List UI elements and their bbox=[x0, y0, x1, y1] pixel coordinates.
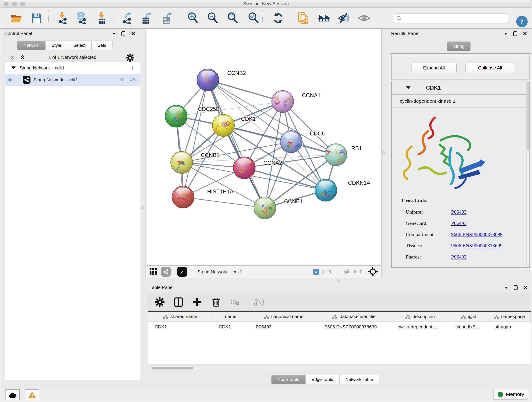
results-panel-menu-button[interactable]: ▼ bbox=[504, 32, 508, 36]
table-cell[interactable]: cyclin-dependent ... bbox=[391, 322, 449, 332]
import-network-database-button[interactable] bbox=[75, 12, 88, 24]
table-panel-close-button[interactable]: ✕ bbox=[523, 285, 528, 290]
table-options-button[interactable] bbox=[155, 297, 165, 307]
memory-button[interactable]: Memory bbox=[494, 389, 528, 400]
warnings-status-button[interactable] bbox=[25, 389, 39, 400]
crosslink-link[interactable]: P06493 bbox=[451, 220, 467, 226]
node-CDC6[interactable] bbox=[280, 131, 302, 153]
tab-network[interactable]: Network bbox=[17, 41, 46, 50]
expand-all-networks-button[interactable] bbox=[19, 54, 26, 62]
string-hide-glass-button[interactable] bbox=[338, 12, 350, 24]
table-panel-menu-button[interactable]: ▼ bbox=[504, 286, 508, 290]
table-scrollbar-thumb[interactable] bbox=[152, 367, 193, 370]
crosslink-link[interactable]: 9606.ENSP00000378699 bbox=[451, 243, 502, 249]
zoom-selected-button[interactable] bbox=[247, 12, 260, 24]
export-table-button[interactable] bbox=[140, 12, 153, 24]
save-session-button[interactable] bbox=[31, 12, 43, 24]
show-columns-button[interactable] bbox=[173, 297, 184, 307]
crosslink-link[interactable]: P06493 bbox=[451, 254, 467, 260]
node-HIST1H1A[interactable] bbox=[172, 186, 194, 208]
table-panel-float-button[interactable] bbox=[514, 285, 518, 290]
apply-layout-button[interactable] bbox=[272, 12, 284, 24]
zoom-in-button[interactable] bbox=[187, 12, 199, 24]
tab-node-table[interactable]: Node Table bbox=[271, 375, 306, 384]
tab-select[interactable]: Select bbox=[67, 41, 92, 50]
fit-selected-button[interactable] bbox=[368, 267, 378, 277]
crosslink-link[interactable]: 9606.ENSP00000378699 bbox=[451, 231, 502, 237]
export-network-button[interactable] bbox=[121, 12, 133, 24]
help-button[interactable]: ? bbox=[516, 16, 528, 27]
node-CDKN1A[interactable] bbox=[315, 179, 337, 201]
table-cell[interactable]: 9606.ENSP00000378699 bbox=[318, 322, 391, 332]
add-column-button[interactable] bbox=[192, 297, 202, 307]
column-header-description[interactable]: description bbox=[391, 312, 449, 322]
results-panel-float-button[interactable] bbox=[513, 32, 517, 36]
search-input[interactable] bbox=[402, 16, 505, 21]
table-row[interactable]: CDK1CDK1P064939606.ENSP00000378699cyclin… bbox=[148, 322, 531, 332]
collapse-all-button[interactable]: Collapse All bbox=[465, 63, 515, 73]
horizontal-splitter-grip[interactable] bbox=[337, 279, 340, 282]
node-CDK1[interactable] bbox=[212, 114, 234, 136]
node-CCNA2[interactable] bbox=[233, 157, 255, 179]
tab-style[interactable]: Style bbox=[46, 41, 67, 50]
table-cell[interactable]: P06493 bbox=[249, 322, 318, 332]
table-cell[interactable]: CDK1 bbox=[148, 322, 212, 332]
node-CCNB1[interactable] bbox=[171, 152, 193, 173]
node-CCNB2[interactable] bbox=[197, 69, 219, 91]
string-view-button[interactable] bbox=[161, 267, 171, 277]
crosslink-link[interactable]: P06493 bbox=[451, 209, 467, 215]
table-horizontal-scrollbar[interactable] bbox=[148, 366, 531, 370]
tab-network-table[interactable]: Network Table bbox=[340, 375, 379, 384]
node-CDC25B[interactable] bbox=[165, 105, 187, 127]
cloud-status-button[interactable] bbox=[6, 389, 20, 400]
expand-all-button[interactable]: Expand All bbox=[411, 63, 457, 73]
table-cell[interactable]: stringdb:9... bbox=[449, 322, 488, 332]
results-scrollbar[interactable] bbox=[526, 81, 530, 268]
results-panel-close-button[interactable]: ✕ bbox=[523, 31, 527, 36]
selected-nodes-checkbox[interactable] bbox=[313, 269, 319, 275]
left-splitter-grip[interactable] bbox=[141, 206, 144, 209]
protein-collapse-icon[interactable] bbox=[406, 86, 410, 89]
zoom-out-button[interactable] bbox=[206, 12, 219, 24]
edge-HIST1H1A-CCNE1[interactable] bbox=[183, 197, 265, 208]
column-header-name[interactable]: name bbox=[212, 312, 249, 322]
node-RB1[interactable] bbox=[325, 144, 347, 166]
edge-CCNB2-HIST1H1A[interactable] bbox=[183, 80, 208, 197]
node-CCNE1[interactable] bbox=[254, 197, 276, 219]
string-home-button[interactable] bbox=[318, 12, 330, 24]
collapse-all-networks-button[interactable] bbox=[9, 54, 16, 62]
delete-column-button[interactable] bbox=[211, 297, 221, 307]
column-header--id[interactable]: @id bbox=[449, 312, 488, 322]
export-image-button[interactable] bbox=[161, 12, 173, 24]
import-table-button[interactable] bbox=[96, 12, 108, 24]
tab-edge-table[interactable]: Edge Table bbox=[306, 375, 340, 384]
import-network-file-button[interactable] bbox=[57, 12, 69, 24]
network-row[interactable]: String Network – cdk1 11 48 bbox=[5, 74, 140, 86]
column-header-database-identifier[interactable]: database identifier bbox=[318, 312, 391, 322]
birds-eye-view-button[interactable] bbox=[149, 267, 158, 277]
table-cell[interactable]: stringdb bbox=[488, 322, 531, 332]
protein-header-row[interactable]: CDK1 bbox=[392, 81, 530, 95]
tab-string[interactable]: String bbox=[447, 41, 471, 51]
column-header-canonical-name[interactable]: canonical name bbox=[249, 312, 318, 322]
delete-table-button[interactable] bbox=[230, 297, 240, 307]
control-panel-float-button[interactable] bbox=[121, 32, 125, 36]
collection-collapse-icon[interactable] bbox=[12, 66, 16, 69]
edge-CDK1-RB1[interactable] bbox=[223, 125, 336, 155]
column-header-shared-name[interactable]: shared name bbox=[148, 312, 212, 322]
network-collection-row[interactable]: String Network – cdk1 1 bbox=[5, 62, 140, 74]
network-options-button[interactable] bbox=[126, 53, 134, 63]
control-panel-close-button[interactable]: ✕ bbox=[131, 31, 135, 36]
column-header-namespace[interactable]: namespace bbox=[488, 312, 531, 322]
show-overview-button[interactable] bbox=[358, 12, 370, 24]
results-scrollbar-thumb[interactable] bbox=[527, 82, 529, 151]
right-splitter-grip[interactable] bbox=[382, 151, 385, 154]
table-cell[interactable]: CDK1 bbox=[212, 322, 249, 332]
zoom-fit-button[interactable] bbox=[226, 12, 239, 24]
string-protein-query-button[interactable] bbox=[298, 12, 310, 24]
open-in-browser-button[interactable] bbox=[177, 267, 187, 277]
network-canvas[interactable]: CCNB2CCNA1CDC25BCDK1CDC6RB1CCNB1CCNA2CDK… bbox=[146, 29, 381, 265]
open-session-button[interactable] bbox=[10, 12, 22, 24]
tab-sets[interactable]: Sets bbox=[92, 41, 113, 50]
function-builder-button[interactable]: f(x) bbox=[249, 297, 269, 307]
